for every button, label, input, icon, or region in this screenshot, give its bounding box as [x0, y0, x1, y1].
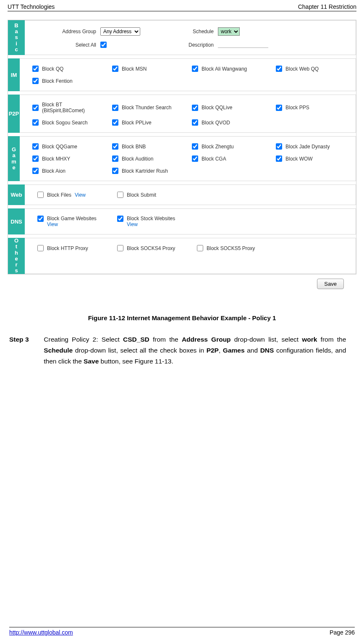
- schedule-select[interactable]: work: [218, 27, 240, 36]
- checkbox-block-http-proxy[interactable]: [37, 245, 44, 251]
- label-block-msn: Block MSN: [122, 66, 147, 72]
- step-3: Step 3 Creating Policy 2: Select CSD_SD …: [9, 334, 355, 367]
- checkbox-block-mhxy[interactable]: [32, 155, 39, 162]
- checkbox-block-msn[interactable]: [112, 66, 118, 72]
- label-block-qvod: Block QVOD: [202, 120, 230, 126]
- checkbox-block-jade[interactable]: [276, 143, 282, 150]
- label-block-mhxy: Block MHXY: [42, 156, 70, 162]
- label-block-jade: Block Jade Dynasty: [285, 144, 330, 150]
- checkbox-block-webqq[interactable]: [276, 66, 282, 72]
- select-all-label: Select All: [37, 42, 100, 48]
- checkbox-block-sogou[interactable]: [32, 119, 39, 126]
- header-right: Chapter 11 Restriction: [298, 3, 356, 10]
- checkbox-block-ali[interactable]: [192, 66, 198, 72]
- label-block-fention: Block Fention: [42, 78, 73, 84]
- label-block-ali: Block Ali Wangwang: [202, 66, 247, 72]
- section-label-im: IM: [8, 58, 20, 91]
- label-block-aion: Block Aion: [42, 168, 65, 174]
- checkbox-block-submit[interactable]: [117, 192, 123, 198]
- checkbox-block-fention[interactable]: [32, 78, 39, 84]
- label-block-wow: Block WOW: [285, 156, 313, 162]
- select-all-checkbox[interactable]: [100, 42, 107, 48]
- description-input[interactable]: [218, 42, 268, 48]
- label-block-qq: Block QQ: [42, 66, 63, 72]
- checkbox-block-bt[interactable]: [32, 105, 39, 111]
- checkbox-block-cga[interactable]: [192, 155, 198, 162]
- footer-page: Page 296: [330, 629, 355, 636]
- checkbox-block-wow[interactable]: [276, 155, 282, 162]
- section-dns: DNS Block Game WebsitesView Block Stock …: [8, 208, 356, 238]
- label-block-http-proxy: Block HTTP Proxy: [47, 245, 88, 251]
- section-label-basic: Basic: [8, 20, 25, 55]
- section-label-p2p: P2P: [8, 95, 20, 133]
- checkbox-block-qqlive[interactable]: [192, 105, 198, 111]
- checkbox-block-qvod[interactable]: [192, 119, 198, 126]
- label-block-audition: Block Audition: [122, 156, 153, 162]
- section-others: Others Block HTTP Proxy Block SOCKS4 Pro…: [8, 238, 356, 274]
- label-block-kartrider: Block Kartrider Rush: [122, 168, 168, 174]
- link-view-files[interactable]: View: [75, 192, 86, 198]
- step-label: Step 3: [9, 334, 42, 345]
- checkbox-block-game-sites[interactable]: [37, 216, 44, 222]
- header-divider: [8, 11, 356, 11]
- section-label-dns: DNS: [8, 208, 25, 234]
- label-block-qqlive: Block QQLive: [202, 105, 232, 111]
- label-block-qqgame: Block QQGame: [42, 144, 77, 150]
- section-im: IM Block QQ Block MSN Block Ali Wangwang…: [8, 58, 356, 95]
- label-block-socks4: Block SOCKS4 Proxy: [127, 245, 175, 251]
- label-block-zhengtu: Block Zhengtu: [202, 144, 234, 150]
- label-block-bnb: Block BNB: [122, 144, 146, 150]
- section-web: Web Block Files View Block Submit: [8, 184, 356, 208]
- page-footer: http://www.uttglobal.com Page 296: [0, 626, 364, 640]
- label-block-webqq: Block Web QQ: [285, 66, 319, 72]
- label-block-thunder: Block Thunder Search: [122, 105, 172, 111]
- checkbox-block-pps[interactable]: [276, 105, 282, 111]
- checkbox-block-stock-sites[interactable]: [117, 216, 123, 222]
- label-block-submit: Block Submit: [127, 192, 156, 198]
- figure-caption: Figure 11-12 Internet Management Behavio…: [8, 314, 356, 321]
- section-p2p: P2P Block BT (BitSpirit,BitComet) Block …: [8, 95, 356, 136]
- section-label-game: Game: [8, 136, 20, 181]
- checkbox-block-socks5[interactable]: [197, 245, 203, 251]
- label-block-files: Block Files: [47, 192, 71, 198]
- save-button[interactable]: Save: [317, 279, 344, 289]
- label-block-sogou: Block Sogou Search: [42, 120, 88, 126]
- footer-url[interactable]: http://www.uttglobal.com: [9, 629, 73, 636]
- description-label: Description: [172, 42, 218, 48]
- checkbox-block-qq[interactable]: [32, 66, 39, 72]
- checkbox-block-pplive[interactable]: [112, 119, 118, 126]
- checkbox-block-aion[interactable]: [32, 168, 39, 174]
- section-label-web: Web: [8, 184, 25, 205]
- checkbox-block-bnb[interactable]: [112, 143, 118, 150]
- config-panel: Basic Address Group Any Address Schedule…: [8, 20, 356, 274]
- checkbox-block-files[interactable]: [37, 192, 44, 198]
- label-block-pps: Block PPS: [285, 105, 309, 111]
- section-basic: Basic Address Group Any Address Schedule…: [8, 20, 356, 58]
- section-label-others: Others: [8, 238, 25, 274]
- checkbox-block-zhengtu[interactable]: [192, 143, 198, 150]
- header-left: UTT Technologies: [8, 3, 55, 10]
- address-group-label: Address Group: [37, 29, 100, 34]
- checkbox-block-kartrider[interactable]: [112, 168, 118, 174]
- schedule-label: Schedule: [172, 29, 218, 34]
- label-block-game-sites: Block Game Websites: [47, 216, 97, 221]
- label-block-socks5: Block SOCKS5 Proxy: [207, 245, 255, 251]
- label-block-bt: Block BT (BitSpirit,BitComet): [42, 102, 85, 113]
- address-group-select[interactable]: Any Address: [100, 27, 140, 36]
- link-view-game-sites[interactable]: View: [47, 221, 58, 227]
- checkbox-block-audition[interactable]: [112, 155, 118, 162]
- checkbox-block-thunder[interactable]: [112, 105, 118, 111]
- label-block-cga: Block CGA: [202, 156, 226, 162]
- label-block-pplive: Block PPLive: [122, 120, 152, 126]
- link-view-stock-sites[interactable]: View: [127, 221, 138, 227]
- label-block-stock-sites: Block Stock Websites: [127, 216, 175, 221]
- section-game: Game Block QQGame Block BNB Block Zhengt…: [8, 136, 356, 184]
- checkbox-block-qqgame[interactable]: [32, 143, 39, 150]
- footer-divider: [9, 627, 355, 627]
- checkbox-block-socks4[interactable]: [117, 245, 123, 251]
